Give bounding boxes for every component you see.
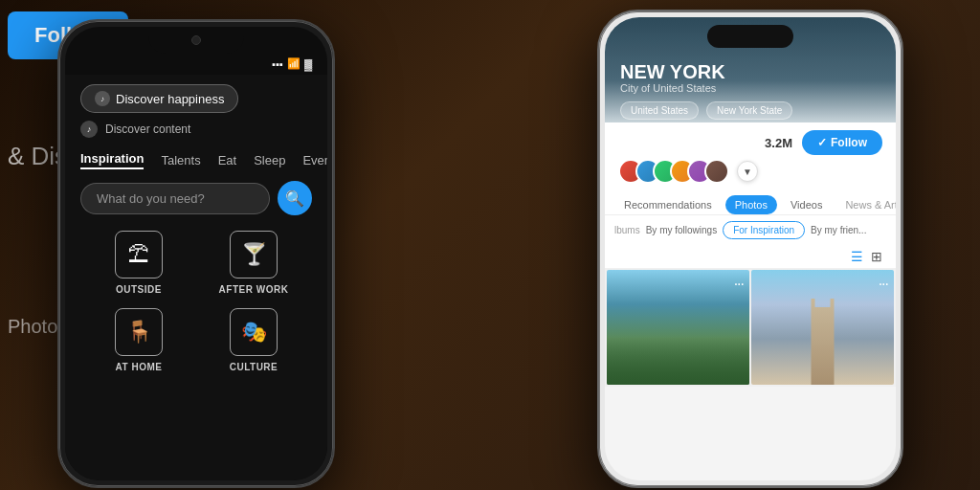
location-tag-ny[interactable]: New York State	[706, 101, 792, 120]
stats-row: 3.2M ✓ Follow	[605, 122, 896, 159]
category-culture[interactable]: 🎭 CULTURE	[203, 308, 304, 372]
grid-view-icon[interactable]: ⊞	[871, 249, 882, 264]
photo-grid: ··· ···	[605, 268, 896, 387]
category-after-work[interactable]: 🍸 AFTER WORK	[203, 231, 304, 295]
phone-notch	[148, 27, 244, 54]
right-header: NEW YORK City of United States United St…	[605, 17, 896, 122]
discover-happiness-label: Discover happiness	[116, 92, 224, 106]
followers-count: 3.2M	[765, 136, 792, 150]
status-icons: ▪▪▪ 📶 ▓	[272, 57, 312, 70]
tabs-area: Recommendations Photos Videos News & Art…	[605, 189, 896, 215]
location-tags: United States New York State	[620, 101, 880, 120]
outside-icon: ⛱	[115, 231, 163, 278]
afterwork-icon: 🍸	[230, 231, 278, 278]
search-bar[interactable]: What do you need?	[80, 183, 270, 214]
left-phone: ▪▪▪ 📶 ▓ ♪ Discover happiness ♪ Discover …	[57, 19, 335, 488]
culture-label: CULTURE	[230, 362, 278, 372]
music-icon: ♪	[95, 91, 110, 106]
sub-tab-friends[interactable]: By my frien...	[811, 225, 866, 235]
city-subtitle: City of United States	[620, 82, 880, 94]
tab-news[interactable]: News & Artic...	[835, 195, 896, 214]
nav-eat[interactable]: Eat	[218, 153, 237, 167]
left-phone-inner: ▪▪▪ 📶 ▓ ♪ Discover happiness ♪ Discover …	[65, 27, 327, 480]
building-silhouette	[804, 299, 842, 385]
category-grid: ⛱ OUTSIDE 🍸 AFTER WORK 🪑 AT HOME 🎭 CULTU…	[80, 231, 312, 372]
avatar-6	[704, 159, 729, 184]
sub-tab-inspiration[interactable]: For Inspiration	[723, 221, 805, 239]
pill-row-2: ♪ Discover content	[80, 121, 312, 138]
sub-tab-followings[interactable]: By my followings	[646, 225, 717, 235]
right-phone: NEW YORK City of United States United St…	[597, 10, 903, 488]
nav-row: Inspiration Talents Eat Sleep Events	[80, 151, 312, 169]
search-icon: 🔍	[285, 189, 304, 208]
music-icon-2: ♪	[80, 121, 98, 138]
city-title: NEW YORK	[620, 61, 880, 82]
albums-text: lbums	[614, 225, 640, 235]
trees-layer	[607, 337, 749, 385]
chevron-down-icon[interactable]: ▼	[737, 161, 758, 182]
signal-icon: ▪▪▪	[272, 58, 283, 70]
outside-label: OUTSIDE	[116, 284, 162, 295]
culture-icon: 🎭	[230, 308, 278, 356]
search-button[interactable]: 🔍	[278, 181, 312, 215]
category-at-home[interactable]: 🪑 AT HOME	[88, 308, 189, 372]
athome-icon: 🪑	[115, 308, 163, 356]
sub-tabs-row: lbums By my followings For Inspiration B…	[605, 215, 896, 245]
nav-sleep[interactable]: Sleep	[254, 153, 285, 167]
checkmark-icon: ✓	[817, 136, 827, 149]
nav-events[interactable]: Events	[302, 153, 327, 167]
nav-talents[interactable]: Talents	[161, 153, 200, 167]
photo-thumb-1[interactable]: ···	[607, 270, 749, 385]
discover-happiness-pill[interactable]: ♪ Discover happiness	[80, 84, 238, 113]
battery-icon: ▓	[304, 58, 312, 70]
nav-inspiration[interactable]: Inspiration	[80, 151, 144, 169]
athome-label: AT HOME	[116, 362, 163, 372]
search-row: What do you need? 🔍	[80, 181, 312, 215]
pill-row-1: ♪ Discover happiness	[80, 84, 312, 113]
photo-thumb-2[interactable]: ···	[751, 270, 894, 385]
photo-dots-2: ···	[879, 276, 888, 293]
notch-camera	[191, 35, 201, 45]
tabs-scroll: Recommendations Photos Videos News & Art…	[605, 195, 896, 214]
category-outside[interactable]: ⛱ OUTSIDE	[88, 231, 189, 295]
status-bar: ▪▪▪ 📶 ▓	[65, 54, 327, 74]
location-tag-us[interactable]: United States	[620, 101, 699, 120]
tab-photos[interactable]: Photos	[725, 195, 777, 214]
follow-button[interactable]: ✓ Follow	[802, 130, 882, 155]
view-row: ☰ ⊞	[605, 245, 896, 268]
avatars-row: ▼	[605, 159, 896, 189]
afterwork-label: AFTER WORK	[219, 284, 289, 295]
discover-content-label: Discover content	[105, 122, 190, 136]
wifi-icon: 📶	[287, 57, 301, 70]
photo-dots-1: ···	[734, 276, 744, 293]
right-phone-inner: NEW YORK City of United States United St…	[605, 17, 896, 480]
dark-phone-content: ♪ Discover happiness ♪ Discover content …	[65, 75, 327, 480]
list-view-icon[interactable]: ☰	[851, 249, 863, 264]
tab-videos[interactable]: Videos	[781, 195, 832, 214]
tab-recommendations[interactable]: Recommendations	[614, 195, 722, 214]
follow-label: Follow	[831, 136, 867, 149]
discover-pills: ♪ Discover happiness ♪ Discover content	[80, 84, 312, 138]
